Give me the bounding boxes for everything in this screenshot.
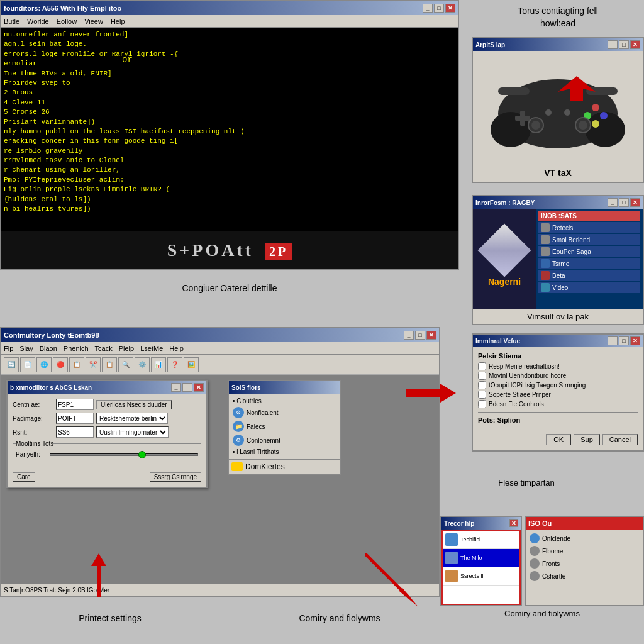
checkbox-4-input[interactable]	[478, 391, 486, 399]
ctrl-maximize[interactable]: □	[619, 40, 629, 49]
trecor-item-3[interactable]: Ssrects ll	[443, 567, 519, 586]
trecor-close[interactable]: ✕	[509, 519, 518, 527]
nagern-item-2[interactable]: Smol Berlend	[538, 234, 640, 245]
nagern-minimize[interactable]: _	[608, 198, 618, 207]
inner-dialog-controls: _ □ ✕	[171, 383, 204, 392]
ctrl-close[interactable]: ✕	[630, 40, 640, 49]
nagern-close[interactable]: ✕	[630, 198, 640, 207]
cfg-menu-plelp[interactable]: Plelp	[119, 345, 134, 352]
inner-minimize[interactable]: _	[171, 383, 181, 392]
save-button[interactable]: Sssrg Csirnnge	[150, 472, 201, 482]
iso-item-2[interactable]: Flbome	[528, 545, 640, 557]
menu-eollow[interactable]: Eollow	[57, 18, 77, 25]
field-2-dropdown[interactable]: Recktshemote berlin	[96, 413, 168, 424]
field-2-input[interactable]	[56, 413, 94, 424]
config-close[interactable]: ✕	[426, 331, 436, 340]
iso-item-3[interactable]: Fronts	[528, 557, 640, 570]
cfg-menu-blaon[interactable]: Blaon	[40, 345, 57, 352]
trecor-item-2[interactable]: The Milo	[443, 549, 519, 567]
iso-item-1[interactable]: Onlclende	[528, 532, 640, 545]
imminral-close[interactable]: ✕	[630, 336, 640, 345]
side-item-4[interactable]: ⚙ Conlonemnt	[231, 433, 337, 447]
toolbar-btn-1[interactable]: 🔄	[4, 357, 19, 372]
nagern-controls: _ □ ✕	[608, 198, 640, 207]
nagern-menu-header: INOB :SATS	[538, 211, 640, 221]
iso-item-2-icon	[530, 546, 540, 556]
slider-thumb[interactable]	[138, 451, 146, 458]
cfg-menu-tcack[interactable]: Tcack	[95, 345, 113, 352]
toolbar-btn-9[interactable]: ⚙️	[135, 357, 150, 372]
toolbar-btn-5[interactable]: 📋	[69, 357, 84, 372]
toolbar-btn-12[interactable]: 🖼️	[184, 357, 199, 372]
imminral-window: ImmInral Vefue _ □ ✕ Pelsir Stiema Resp …	[472, 333, 644, 452]
side-item-3[interactable]: 📁 Falecs	[231, 419, 337, 433]
cfg-menu-lsetme[interactable]: LsetMe	[140, 345, 163, 352]
nagern-maximize[interactable]: □	[619, 198, 629, 207]
slider-label: Pariyelh:	[16, 451, 47, 458]
nagern-item-4[interactable]: Tsrme	[538, 258, 640, 269]
terminal-titlebar: founditors: A556 With Hly Empl itoo _ □ …	[1, 1, 458, 15]
toolbar-btn-4[interactable]: 🔴	[53, 357, 68, 372]
config-minimize[interactable]: _	[404, 331, 414, 340]
imminral-maximize[interactable]: □	[619, 336, 629, 345]
nagern-item-5[interactable]: Beta	[538, 270, 640, 281]
close-button[interactable]: ✕	[445, 4, 455, 13]
toolbar-btn-3[interactable]: 🌐	[36, 357, 52, 372]
field-1-button[interactable]: Ulerlloas Nsecls duuder	[96, 400, 172, 409]
toolbar-btn-7[interactable]: 📋	[102, 357, 117, 372]
side-item-4-icon: ⚙	[233, 435, 244, 446]
iso-item-4[interactable]: Cshartle	[528, 570, 640, 582]
menu-help[interactable]: Help	[111, 18, 125, 25]
toolbar-btn-10[interactable]: 📊	[151, 357, 166, 372]
trecor-item-1[interactable]: Techifici	[443, 531, 519, 549]
cfg-menu-slay[interactable]: Slay	[19, 345, 33, 352]
field-3-dropdown[interactable]: Uuslin Imnlngornater	[96, 426, 169, 438]
cancel-button[interactable]: Care	[13, 472, 35, 482]
iso-titlebar: ISO Ou	[526, 517, 643, 530]
iso-item-1-label: Onlclende	[542, 535, 570, 542]
field-1-input[interactable]	[56, 399, 94, 410]
imminral-cancel-button[interactable]: Cancel	[602, 434, 638, 445]
diagonal-arrow-svg	[365, 553, 421, 610]
slider-track[interactable]	[50, 453, 198, 456]
toolbar-btn-8[interactable]: 🔍	[118, 357, 133, 372]
side-item-5[interactable]: • l Lasni Tirtthats	[231, 447, 337, 457]
inner-maximize[interactable]: □	[182, 383, 192, 392]
imminral-sup-button[interactable]: Sup	[574, 434, 600, 445]
config-toolbar: 🔄 📄 🌐 🔴 📋 ✂️ 📋 🔍 ⚙️ 📊 ❓ 🖼️	[1, 355, 439, 375]
side-item-1[interactable]: • Cloutries	[231, 396, 337, 406]
nagern-item-1[interactable]: Retecls	[538, 222, 640, 233]
nagern-item-4-icon	[541, 259, 550, 268]
imminral-ok-button[interactable]: OK	[546, 434, 571, 445]
toolbar-btn-11[interactable]: ❓	[167, 357, 182, 372]
checkbox-2-input[interactable]	[478, 372, 486, 380]
menu-butle[interactable]: Butle	[4, 18, 19, 25]
terminal-line-7: 2 Brous	[4, 88, 455, 97]
toolbar-btn-2[interactable]: 📄	[20, 357, 35, 372]
form-group-legend: Mooltiins Tots	[16, 440, 53, 447]
inner-close[interactable]: ✕	[194, 383, 204, 392]
cfg-menu-phenich[interactable]: Phenich	[64, 345, 89, 352]
minimize-button[interactable]: _	[423, 4, 433, 13]
imminral-section2: Pots: Siplion	[478, 416, 638, 424]
checkbox-5-input[interactable]	[478, 400, 486, 408]
menu-worlde[interactable]: Worlde	[27, 18, 49, 25]
nagern-item-6[interactable]: Video	[538, 282, 640, 293]
menu-vieew[interactable]: Vieew	[84, 18, 103, 25]
checkbox-3-input[interactable]	[478, 381, 486, 389]
ctrl-minimize[interactable]: _	[608, 40, 618, 49]
side-panel: SolS flors • Cloutries ⚙ Nonfigaient 📁 F…	[228, 380, 341, 475]
config-maximize[interactable]: □	[415, 331, 425, 340]
maximize-button[interactable]: □	[434, 4, 444, 13]
cfg-menu-flp[interactable]: Flp	[4, 345, 13, 352]
imminral-minimize[interactable]: _	[608, 336, 618, 345]
checkbox-1-input[interactable]	[478, 362, 486, 370]
nagern-item-1-label: Retecls	[552, 225, 573, 231]
side-item-2[interactable]: ⚙ Nonfigaient	[231, 406, 337, 419]
cfg-menu-help[interactable]: Help	[169, 345, 184, 352]
nagern-item-3[interactable]: EouPen Saga	[538, 246, 640, 257]
arrow-up-container	[91, 553, 106, 597]
toolbar-btn-6[interactable]: ✂️	[86, 357, 101, 372]
field-3-input[interactable]	[56, 426, 94, 438]
imminral-footer: OK Sup Cancel	[473, 431, 643, 450]
